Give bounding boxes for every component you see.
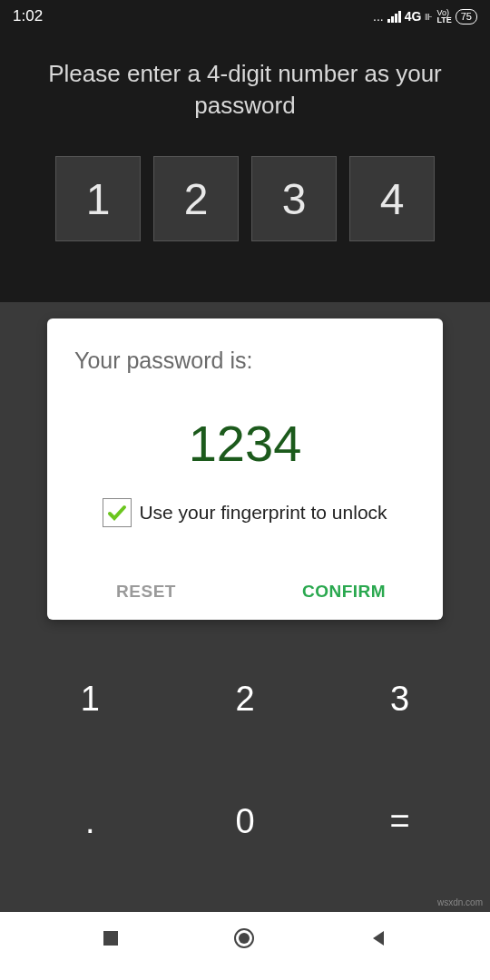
status-bar: 1:02 ... 4G ⊪ Vo) LTE 75 xyxy=(0,0,490,33)
fingerprint-row[interactable]: Use your fingerprint to unlock xyxy=(47,498,443,565)
back-button[interactable] xyxy=(368,928,388,948)
svg-point-2 xyxy=(239,933,250,944)
status-dots: ... xyxy=(373,9,384,24)
digit-box-2[interactable]: 2 xyxy=(153,156,239,241)
digit-box-1[interactable]: 1 xyxy=(55,156,141,241)
status-right: ... 4G ⊪ Vo) LTE 75 xyxy=(373,9,477,24)
key-dot[interactable]: . xyxy=(13,760,168,883)
nav-bar xyxy=(0,912,490,980)
confirm-button[interactable]: CONFIRM xyxy=(245,582,443,602)
digit-box-4[interactable]: 4 xyxy=(349,156,435,241)
fingerprint-label: Use your fingerprint to unlock xyxy=(139,502,387,524)
password-value: 1234 xyxy=(47,392,443,498)
checkmark-icon xyxy=(106,502,128,524)
password-prompt: Please enter a 4-digit number as your pa… xyxy=(0,33,490,131)
svg-rect-0 xyxy=(103,931,118,946)
reset-button[interactable]: RESET xyxy=(47,582,245,602)
battery-icon: 75 xyxy=(456,9,477,24)
watermark: wsxdn.com xyxy=(437,897,483,907)
signal-icon xyxy=(387,10,401,23)
digit-input-row: 1 2 3 4 xyxy=(0,156,490,241)
dialog-buttons: RESET CONFIRM xyxy=(47,565,443,620)
status-time: 1:02 xyxy=(13,7,43,25)
volte-icon: Vo) LTE xyxy=(436,9,451,24)
numeric-keypad: 1 2 3 . 0 = xyxy=(9,638,481,883)
key-3[interactable]: 3 xyxy=(322,638,477,760)
dialog-title: Your password is: xyxy=(47,348,443,392)
fingerprint-checkbox[interactable] xyxy=(103,498,132,527)
key-0[interactable]: 0 xyxy=(168,760,323,883)
recent-apps-button[interactable] xyxy=(102,929,120,947)
signal-dot: ⊪ xyxy=(425,12,433,22)
password-dialog: Your password is: 1234 Use your fingerpr… xyxy=(47,318,443,620)
key-equals[interactable]: = xyxy=(322,760,477,883)
network-label: 4G xyxy=(405,9,422,24)
home-button[interactable] xyxy=(232,926,256,950)
key-1[interactable]: 1 xyxy=(13,638,168,760)
digit-box-3[interactable]: 3 xyxy=(251,156,337,241)
dialog-backdrop: Your password is: 1234 Use your fingerpr… xyxy=(0,302,490,912)
key-2[interactable]: 2 xyxy=(168,638,323,760)
